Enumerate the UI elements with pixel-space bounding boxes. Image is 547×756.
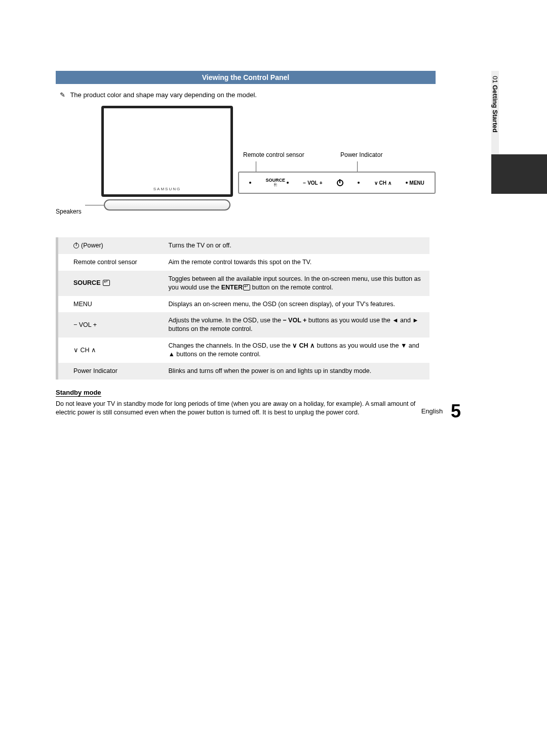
note-line: ✎ The product color and shape may vary d… xyxy=(60,91,491,99)
row-label: MENU xyxy=(57,296,164,313)
row-desc: Aim the remote control towards this spot… xyxy=(164,254,429,271)
panel-sensor-dot xyxy=(249,182,251,184)
enter-icon xyxy=(103,280,110,286)
remote-sensor-label: Remote control sensor xyxy=(243,151,304,158)
footer-language: English xyxy=(421,407,443,415)
power-icon xyxy=(73,243,79,248)
standby-heading: Standby mode xyxy=(56,389,101,397)
row-desc: Turns the TV on or off. xyxy=(164,237,429,254)
control-panel-diagram: SAMSUNG Speakers Remote control sensor P… xyxy=(56,106,491,222)
section-header: Viewing the Control Panel xyxy=(56,71,436,84)
table-row: − VOL + Adjusts the volume. In the OSD, … xyxy=(57,312,429,338)
chapter-tab: 01 Getting Started xyxy=(491,71,547,194)
row-label: Remote control sensor xyxy=(57,254,164,271)
brand-logo: SAMSUNG xyxy=(153,187,181,191)
row-desc: Changes the channels. In the OSD, use th… xyxy=(164,338,429,363)
speaker-bar xyxy=(104,199,230,211)
row-label: − VOL + xyxy=(57,312,164,338)
row-desc: Adjusts the volume. In the OSD, use the … xyxy=(164,312,429,338)
power-indicator-label: Power Indicator xyxy=(340,151,382,158)
enter-icon xyxy=(243,284,250,290)
panel-source: SOURCE⎘ xyxy=(265,178,289,187)
panel-vol: − VOL + xyxy=(303,180,322,186)
panel-frame: SOURCE⎘ − VOL + ∨ CH ∧ MENU xyxy=(238,172,436,194)
leader-remote xyxy=(256,161,256,172)
power-icon xyxy=(337,180,343,186)
control-panel-table: (Power) Turns the TV on or off. Remote c… xyxy=(56,237,431,380)
table-row: ∨ CH ∧ Changes the channels. In the OSD,… xyxy=(57,338,429,363)
page-number: 5 xyxy=(451,401,461,422)
page-footer: English 5 xyxy=(421,401,461,422)
speakers-label: Speakers xyxy=(56,208,82,215)
tv-body: SAMSUNG xyxy=(101,106,233,197)
row-desc: Blinks and turns off when the power is o… xyxy=(164,363,429,380)
table-row: Power Indicator Blinks and turns off whe… xyxy=(57,363,429,380)
panel-menu: MENU xyxy=(406,180,424,186)
row-label: SOURCE xyxy=(73,279,100,286)
row-desc: Displays an on-screen menu, the OSD (on … xyxy=(164,296,429,313)
note-text: The product color and shape may vary dep… xyxy=(70,91,257,99)
speaker-leader xyxy=(85,205,104,205)
table-row: MENU Displays an on-screen menu, the OSD… xyxy=(57,296,429,313)
table-row: (Power) Turns the TV on or off. xyxy=(57,237,429,254)
standby-text: Do not leave your TV in standby mode for… xyxy=(56,400,431,417)
row-label: Power Indicator xyxy=(57,363,164,380)
note-icon: ✎ xyxy=(60,91,65,99)
panel-ch: ∨ CH ∧ xyxy=(374,180,392,186)
panel-led-dot xyxy=(358,182,360,184)
row-label: ∨ CH ∧ xyxy=(57,338,164,363)
chapter-title: Getting Started xyxy=(491,85,512,133)
table-row: SOURCE Toggles between all the available… xyxy=(57,271,429,296)
chapter-number: 01 xyxy=(491,76,523,83)
row-label: (Power) xyxy=(81,242,103,249)
table-row: Remote control sensor Aim the remote con… xyxy=(57,254,429,271)
panel-power xyxy=(337,180,343,186)
chapter-tab-dark xyxy=(491,154,547,194)
leader-power xyxy=(357,161,358,172)
row-desc: Toggles between all the available input … xyxy=(164,271,429,296)
